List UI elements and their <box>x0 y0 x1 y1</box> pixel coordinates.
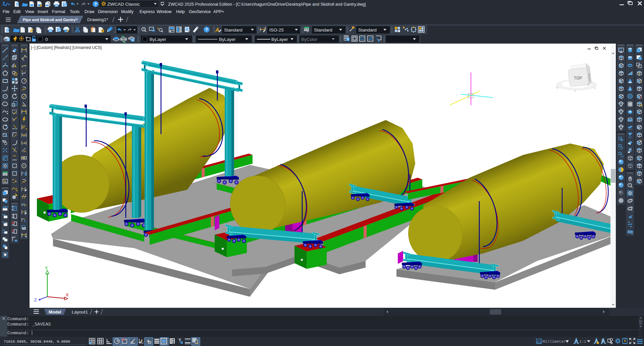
svg-text:1:1: 1:1 <box>579 339 586 344</box>
svg-text:71019.5895, 39248.9449, 0.0000: 71019.5895, 39248.9449, 0.0000 <box>4 340 70 344</box>
svg-text:Millimeters: Millimeters <box>543 339 568 344</box>
svg-text:Z: Z <box>34 297 37 302</box>
svg-text:Layout1: Layout1 <box>72 309 88 314</box>
svg-text:S: S <box>574 89 576 93</box>
svg-text:X: X <box>66 292 69 297</box>
svg-text:TOP: TOP <box>574 76 582 80</box>
svg-text:0.0: 0.0 <box>537 340 541 343</box>
svg-text:Y: Y <box>45 266 48 271</box>
svg-text:Model: Model <box>49 309 61 314</box>
